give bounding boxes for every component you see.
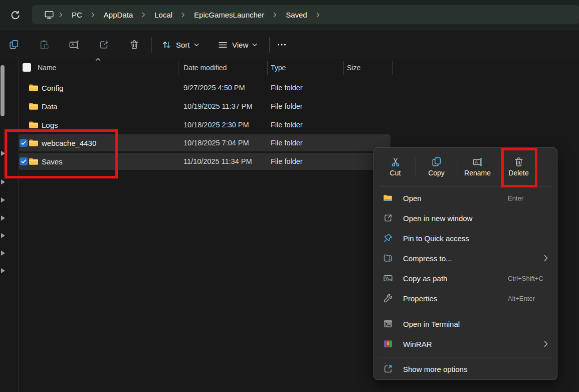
show-more-icon [383,364,393,374]
select-all-checkbox[interactable] [23,63,31,72]
menu-item-show-more-options[interactable]: Show more options [376,359,555,379]
view-button[interactable]: View [213,36,262,54]
menu-item-winrar[interactable]: WinRAR [376,334,555,354]
file-type: File folder [271,157,303,165]
trash-icon [129,39,140,50]
menu-divider [379,357,552,357]
breadcrumb: PC AppData Local EpicGamesLauncher Saved [32,5,579,24]
folder-icon [29,102,39,110]
table-row-config[interactable]: Config 9/27/2025 4:50 PM File folder [19,79,391,96]
pane-divider [18,59,19,392]
share-button[interactable] [95,36,113,54]
svg-text:A: A [475,160,478,164]
tree-expand-chevron-icon[interactable] [1,179,5,184]
breadcrumb-segment[interactable]: Local [148,11,178,19]
delete-quick-action[interactable]: Delete [498,152,539,181]
tree-expand-chevron-icon[interactable] [1,198,5,203]
menu-item-open[interactable]: Open Enter [376,188,555,208]
menu-item-shortcut: Ctrl+Shift+C [508,275,543,282]
tree-expand-chevron-icon[interactable] [1,216,5,221]
trash-icon [513,156,524,167]
table-row-webcache-4430-selected[interactable]: webcache_4430 10/18/2025 7:04 PM File fo… [19,134,391,151]
menu-item-copy-as-path[interactable]: Copy as path Ctrl+Shift+C [376,268,555,288]
column-header-date-modified[interactable]: Date modified [183,64,227,72]
tree-expand-chevron-icon[interactable] [1,268,5,273]
nav-pane-scrollbar[interactable] [1,65,5,116]
tree-expand-chevron-icon[interactable] [1,233,5,238]
folder-icon [29,157,39,165]
folder-icon [29,121,39,129]
menu-item-pin-to-quick-access[interactable]: Pin to Quick access [376,228,555,248]
submenu-chevron-icon [544,255,548,262]
sort-button[interactable]: Sort [156,36,204,54]
column-header-name[interactable]: Name [38,64,56,72]
sort-label: Sort [176,41,190,49]
tree-expand-chevron-icon[interactable] [1,251,5,256]
chevron-right-icon[interactable] [316,12,320,18]
chevron-right-icon[interactable] [273,12,277,18]
menu-item-open-in-new-window[interactable]: Open in new window [376,208,555,228]
column-header-type[interactable]: Type [271,64,286,72]
column-separator[interactable] [178,61,178,75]
rename-icon: A [69,39,80,50]
file-date-modified: 9/27/2025 4:50 PM [183,84,245,92]
menu-item-shortcut: Enter [508,194,523,202]
tree-expand-chevron-icon[interactable] [1,151,5,156]
column-separator[interactable] [392,61,393,75]
row-checkbox-checked[interactable] [20,157,28,165]
this-pc-crumb[interactable] [42,10,56,20]
chevron-right-icon[interactable] [91,12,95,18]
rename-quick-action[interactable]: A Rename [457,152,498,181]
chevron-right-icon[interactable] [59,12,63,18]
rename-button[interactable]: A [65,36,83,54]
file-date-modified: 11/10/2025 11:34 PM [183,157,252,165]
share-icon [99,39,110,50]
column-separator[interactable] [343,61,344,75]
chevron-right-icon[interactable] [181,12,185,18]
breadcrumb-segment[interactable]: PC [66,11,88,19]
delete-label: Delete [508,169,528,177]
file-name: webcache_4430 [42,139,96,147]
menu-item-label: Properties [403,294,437,303]
zip-folder-icon [383,253,393,263]
breadcrumb-segment[interactable]: AppData [98,11,139,19]
copy-button[interactable] [5,36,23,54]
row-checkbox-checked[interactable] [20,139,28,147]
monitor-icon [44,10,54,20]
see-more-button[interactable] [273,36,291,54]
folder-icon [29,84,39,92]
menu-divider [379,311,552,311]
chevron-right-icon[interactable] [142,12,145,18]
folder-icon [29,139,39,147]
menu-item-compress-to[interactable]: Compress to... [376,248,555,268]
menu-item-open-in-terminal[interactable]: Open in Terminal [376,314,555,334]
toolbar-divider [269,37,270,53]
open-new-window-icon [383,213,393,223]
refresh-button[interactable] [8,8,22,22]
menu-item-label: Show more options [403,365,467,373]
file-name: Data [42,102,58,110]
table-row-saves-selected[interactable]: Saves 11/10/2025 11:34 PM File folder [19,153,391,170]
file-date-modified: 10/19/2025 11:37 PM [183,102,253,110]
toolbar-divider [151,37,152,53]
copy-label: Copy [428,169,445,177]
cut-quick-action[interactable]: Cut [375,152,416,181]
submenu-chevron-icon [544,340,548,347]
menu-item-properties[interactable]: Properties Alt+Enter [376,288,555,308]
quick-actions-row: Cut Copy A [375,151,539,182]
paste-button[interactable] [35,36,53,54]
delete-button[interactable] [125,36,143,54]
menu-item-label: Open in Terminal [403,320,460,328]
cut-label: Cut [390,169,401,177]
folder-open-icon [383,193,393,203]
file-type: File folder [271,121,303,129]
table-row-data[interactable]: Data 10/19/2025 11:37 PM File folder [19,97,391,115]
column-header-size[interactable]: Size [347,64,360,72]
breadcrumb-segment[interactable]: EpicGamesLauncher [188,11,270,19]
ellipsis-icon [276,39,287,50]
menu-item-label: Pin to Quick access [403,234,469,243]
breadcrumb-segment[interactable]: Saved [280,11,313,19]
table-row-logs[interactable]: Logs 10/18/2025 2:30 PM File folder [19,116,391,133]
column-separator[interactable] [267,61,268,75]
copy-quick-action[interactable]: Copy [416,152,457,181]
